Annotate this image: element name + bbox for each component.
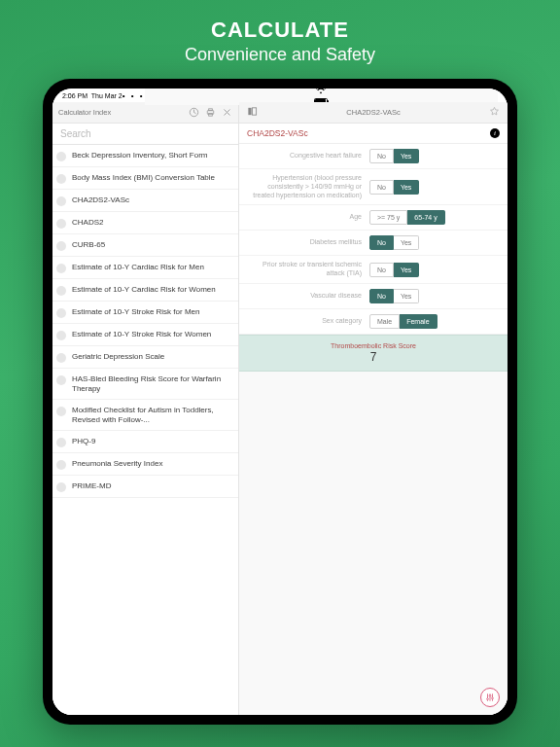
list-item[interactable]: CURB-65 [52, 234, 238, 257]
field-row: Prior stroke or transient ischemic attac… [239, 256, 508, 284]
svg-rect-3 [209, 113, 213, 116]
left-title: Calculator Index [58, 108, 111, 117]
list-item-label: CHADS2 [72, 218, 103, 228]
svg-point-7 [489, 694, 491, 696]
option-button[interactable]: Yes [394, 289, 419, 303]
bullet-icon [56, 353, 66, 363]
device-frame: 2:06 PM Thu Mar 2 • • • Calculator Index [43, 79, 517, 725]
status-bar: 2:06 PM Thu Mar 2 • • • [52, 89, 508, 102]
option-button[interactable]: No [369, 180, 394, 195]
list-item-label: Geriatric Depression Scale [72, 352, 164, 362]
option-button[interactable]: Yes [394, 149, 419, 163]
field-label: Sex category [247, 317, 362, 326]
list-item[interactable]: Estimate of 10-Y Stroke Risk for Men [52, 302, 238, 324]
bullet-icon [56, 264, 66, 273]
columns-icon[interactable] [247, 106, 258, 119]
settings-fab[interactable] [480, 688, 500, 707]
field-options: NoYes [369, 235, 419, 250]
list-item[interactable]: CHADS2 [52, 212, 238, 234]
right-title: CHA2DS2-VASc [346, 108, 400, 117]
field-options: NoYes [369, 263, 419, 277]
left-header: Calculator Index [52, 102, 238, 124]
list-item[interactable]: CHA2DS2-VASc [52, 190, 238, 212]
app-body: Calculator Index [52, 102, 508, 715]
wifi-icon [316, 89, 326, 95]
list-item[interactable]: PHQ-9 [52, 431, 238, 453]
field-row: Sex categoryMaleFemale [239, 309, 508, 335]
field-options: NoYes [369, 180, 419, 195]
option-button[interactable]: No [369, 235, 394, 250]
status-dots: • • • [122, 91, 145, 100]
list-item-label: Body Mass Index (BMI) Conversion Table [72, 173, 215, 183]
svg-point-6 [487, 698, 489, 700]
result-box: Thromboembolic Risk Score 7 [239, 335, 508, 372]
list-item-label: CURB-65 [72, 240, 105, 250]
bullet-icon [56, 331, 66, 340]
bullet-icon [56, 460, 66, 470]
list-item[interactable]: Body Mass Index (BMI) Conversion Table [52, 167, 238, 190]
list-item[interactable]: Geriatric Depression Scale [52, 346, 238, 369]
search-container [52, 124, 238, 145]
field-options: MaleFemale [369, 314, 438, 329]
list-item[interactable]: Estimate of 10-Y Cardiac Risk for Women [52, 279, 238, 302]
calc-name: CHA2DS2-VASc [247, 128, 308, 138]
list-item-label: PHQ-9 [72, 437, 95, 446]
field-options: NoYes [369, 149, 419, 163]
calculator-list: Beck Depression Inventory, Short FormBod… [52, 145, 238, 715]
field-row: Hypertension (blood pressure consistentl… [239, 169, 508, 205]
screen: 2:06 PM Thu Mar 2 • • • Calculator Index [52, 89, 508, 715]
result-value: 7 [246, 350, 501, 364]
close-icon[interactable] [222, 107, 232, 118]
field-label: Congestive heart failure [247, 152, 362, 160]
calc-title-row: CHA2DS2-VASc i [239, 124, 508, 144]
field-row: Diabetes mellitusNoYes [239, 231, 508, 256]
list-item-label: Estimate of 10-Y Stroke Risk for Women [72, 330, 211, 339]
svg-rect-2 [209, 109, 213, 111]
list-item-label: HAS-Bled Bleeding Risk Score for Warfari… [72, 374, 232, 394]
print-icon[interactable] [205, 107, 216, 118]
bullet-icon [56, 286, 66, 296]
option-button[interactable]: No [369, 289, 394, 303]
bullet-icon [56, 174, 66, 184]
list-item[interactable]: PRIME-MD [52, 476, 238, 498]
option-button[interactable]: 65-74 y [407, 210, 444, 225]
svg-rect-5 [253, 108, 257, 115]
fields-container: Congestive heart failureNoYesHypertensio… [239, 144, 508, 335]
list-item-label: CHA2DS2-VASc [72, 196, 129, 205]
bullet-icon [56, 241, 66, 251]
field-row: Age>= 75 y65-74 y [239, 205, 508, 231]
field-label: Hypertension (blood pressure consistentl… [247, 174, 362, 199]
option-button[interactable]: Yes [394, 263, 419, 277]
option-button[interactable]: No [369, 149, 394, 163]
right-panel: CHA2DS2-VASc CHA2DS2-VASc i Congestive h… [239, 102, 508, 715]
option-button[interactable]: Female [400, 314, 437, 329]
list-item-label: Beck Depression Inventory, Short Form [72, 151, 207, 160]
list-item-label: Pneumonia Severity Index [72, 459, 162, 469]
bullet-icon [56, 407, 66, 416]
promo-caption: CALCULATE Convenience and Safety [185, 0, 375, 79]
list-item-label: Modified Checklist for Autism in Toddler… [72, 406, 232, 425]
list-item[interactable]: HAS-Bled Bleeding Risk Score for Warfari… [52, 369, 238, 400]
search-input[interactable] [52, 124, 238, 144]
list-item[interactable]: Estimate of 10-Y Stroke Risk for Women [52, 324, 238, 346]
option-button[interactable]: Yes [394, 180, 419, 195]
info-icon[interactable]: i [490, 128, 500, 138]
star-icon[interactable] [489, 106, 500, 119]
option-button[interactable]: >= 75 y [369, 210, 407, 225]
list-item-label: Estimate of 10-Y Cardiac Risk for Women [72, 285, 216, 295]
clock-icon[interactable] [189, 107, 199, 118]
field-label: Diabetes mellitus [247, 238, 362, 247]
right-header: CHA2DS2-VASc [239, 102, 508, 124]
field-row: Congestive heart failureNoYes [239, 144, 508, 169]
list-item[interactable]: Modified Checklist for Autism in Toddler… [52, 400, 238, 431]
list-item[interactable]: Pneumonia Severity Index [52, 453, 238, 476]
list-item-label: Estimate of 10-Y Cardiac Risk for Men [72, 263, 204, 272]
caption-line2: Convenience and Safety [185, 45, 375, 65]
list-item-label: PRIME-MD [72, 481, 111, 491]
option-button[interactable]: Yes [394, 235, 419, 250]
list-item[interactable]: Estimate of 10-Y Cardiac Risk for Men [52, 257, 238, 279]
bullet-icon [56, 152, 66, 161]
option-button[interactable]: No [369, 263, 394, 277]
list-item[interactable]: Beck Depression Inventory, Short Form [52, 145, 238, 167]
option-button[interactable]: Male [369, 314, 400, 329]
